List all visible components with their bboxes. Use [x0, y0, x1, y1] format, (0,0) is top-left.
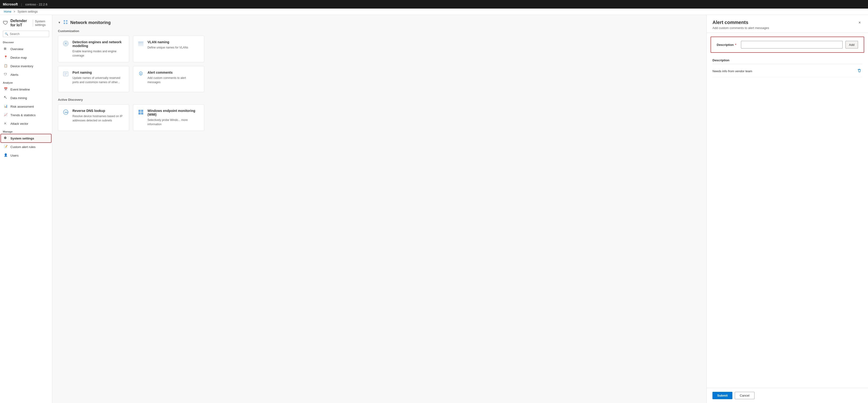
- alert-comments-icon: [137, 70, 144, 77]
- port-naming-text: Port naming Update names of universally …: [72, 70, 125, 84]
- search-container: 🔍: [0, 29, 52, 38]
- attack-vector-icon: ⚔: [4, 121, 8, 126]
- svg-rect-0: [64, 20, 65, 22]
- svg-rect-7: [138, 41, 144, 43]
- delete-icon[interactable]: [856, 67, 862, 75]
- sidebar-header: 🛡 Defender for IoT System settings: [0, 15, 52, 29]
- section-header-network-monitoring[interactable]: ▼ Network monitoring: [58, 20, 701, 25]
- svg-rect-2: [64, 23, 65, 24]
- vlan-naming-icon: [137, 40, 144, 47]
- card-alert-comments[interactable]: Alert comments Add custom comments to al…: [133, 66, 204, 92]
- sidebar-item-data-mining[interactable]: ⛏ Data mining: [1, 94, 51, 102]
- detection-engines-text: Detection engines and network modelling …: [72, 40, 125, 58]
- breadcrumb: Home > System settings: [0, 8, 868, 15]
- customization-card-grid: Detection engines and network modelling …: [58, 36, 701, 92]
- card-vlan-naming[interactable]: VLAN naming Define unique names for VLAN…: [133, 36, 204, 62]
- description-input[interactable]: [741, 41, 843, 49]
- sidebar: 🛡 Defender for IoT System settings 🔍 Dis…: [0, 15, 52, 403]
- sidebar-item-overview[interactable]: ⊞ Overview: [1, 45, 51, 53]
- sidebar-item-label-event-timeline: Event timeline: [10, 88, 30, 91]
- alert-comments-desc: Add custom comments to alert messages: [148, 76, 200, 84]
- section-chevron: ▼: [58, 21, 61, 24]
- sidebar-item-label-system-settings: System settings: [10, 137, 34, 140]
- sidebar-item-event-timeline[interactable]: 📅 Event timeline: [1, 85, 51, 93]
- panel-table-section: Description Needs info from vendor team: [707, 53, 868, 81]
- svg-rect-1: [66, 20, 67, 22]
- windows-endpoint-text: Windows endpoint monitoring (WMI) Select…: [148, 109, 200, 126]
- app-icon: 🛡: [3, 20, 8, 26]
- reverse-dns-icon: DN: [62, 109, 69, 115]
- svg-rect-19: [141, 110, 143, 112]
- sidebar-item-alerts[interactable]: 🛡 Alerts: [1, 70, 51, 79]
- sidebar-item-label-overview: Overview: [10, 47, 23, 51]
- sidebar-item-trends-statistics[interactable]: 📈 Trends & statistics: [1, 111, 51, 119]
- topbar-separator: |: [21, 3, 22, 6]
- svg-point-15: [141, 75, 141, 75]
- alerts-icon: 🛡: [4, 73, 8, 77]
- card-port-naming[interactable]: Port naming Update names of universally …: [58, 66, 129, 92]
- sidebar-item-device-inventory[interactable]: 📋 Device inventory: [1, 62, 51, 70]
- search-input[interactable]: [3, 31, 49, 37]
- sidebar-item-attack-vector[interactable]: ⚔ Attack vector: [1, 119, 51, 127]
- detection-engines-desc: Enable learning modes and engine coverag…: [72, 49, 125, 58]
- system-settings-icon: ⚙: [4, 136, 8, 140]
- sidebar-item-label-attack-vector: Attack vector: [10, 122, 28, 125]
- svg-text:DN: DN: [65, 111, 68, 114]
- required-indicator: *: [734, 43, 737, 47]
- search-icon: 🔍: [5, 32, 8, 36]
- sidebar-item-label-device-map: Device map: [10, 56, 27, 59]
- svg-rect-8: [138, 43, 144, 45]
- section-label-manage: Manage: [0, 128, 52, 134]
- reverse-dns-desc: Resolve device hostnames based on IP add…: [72, 114, 125, 123]
- card-windows-endpoint[interactable]: Windows endpoint monitoring (WMI) Select…: [133, 104, 204, 131]
- data-mining-icon: ⛏: [4, 96, 8, 100]
- subsection-label-active-discovery: Active Discovery: [58, 98, 701, 102]
- breadcrumb-home[interactable]: Home: [4, 10, 11, 13]
- event-timeline-icon: 📅: [4, 87, 8, 91]
- panel-form: Description * Add: [711, 37, 864, 53]
- table-row: Needs info from vendor team: [712, 65, 862, 77]
- svg-rect-20: [138, 112, 141, 115]
- instance-label: contoso - 22.2.6: [25, 3, 47, 6]
- card-reverse-dns[interactable]: DN Reverse DNS lookup Resolve device hos…: [58, 104, 129, 131]
- app-name: Defender for IoT: [10, 19, 29, 27]
- network-monitoring-icon: [63, 20, 68, 25]
- add-button[interactable]: Add: [845, 41, 858, 49]
- form-row-description: Description * Add: [717, 41, 858, 49]
- subsection-label-customization: Customization: [58, 29, 701, 33]
- table-cell-description: Needs info from vendor team: [712, 69, 752, 73]
- panel-footer: Submit Cancel: [707, 388, 868, 403]
- vlan-naming-text: VLAN naming Define unique names for VLAN…: [148, 40, 188, 50]
- overview-icon: ⊞: [4, 47, 8, 51]
- sidebar-item-custom-alert-rules[interactable]: 📝 Custom alert rules: [1, 143, 51, 151]
- windows-endpoint-desc: Selectively probe Windo... more informat…: [148, 118, 200, 126]
- port-naming-desc: Update names of universally reserved por…: [72, 76, 125, 84]
- vlan-naming-title: VLAN naming: [148, 40, 188, 44]
- sidebar-item-device-map[interactable]: 📍 Device map: [1, 54, 51, 61]
- cancel-button[interactable]: Cancel: [735, 392, 754, 399]
- windows-endpoint-title: Windows endpoint monitoring (WMI): [148, 109, 200, 116]
- panel-close-button[interactable]: ×: [857, 20, 862, 26]
- detection-engines-icon: [62, 40, 69, 47]
- reverse-dns-text: Reverse DNS lookup Resolve device hostna…: [72, 109, 125, 123]
- sidebar-item-label-alerts: Alerts: [10, 73, 18, 77]
- breadcrumb-sep: >: [13, 10, 15, 13]
- sidebar-item-label-data-mining: Data mining: [10, 96, 27, 100]
- svg-rect-21: [141, 112, 143, 115]
- sidebar-item-label-trends-statistics: Trends & statistics: [10, 113, 36, 117]
- card-detection-engines[interactable]: Detection engines and network modelling …: [58, 36, 129, 62]
- custom-alert-rules-icon: 📝: [4, 145, 8, 149]
- sidebar-item-users[interactable]: 👤 Users: [1, 151, 51, 160]
- device-inventory-icon: 📋: [4, 64, 8, 68]
- sidebar-item-label-custom-alert-rules: Custom alert rules: [10, 145, 35, 149]
- svg-point-6: [65, 43, 66, 44]
- windows-endpoint-icon: [137, 109, 144, 115]
- submit-button[interactable]: Submit: [712, 392, 733, 399]
- topbar: Microsoft | contoso - 22.2.6: [0, 0, 868, 8]
- sidebar-item-system-settings[interactable]: ⚙ System settings: [1, 134, 51, 142]
- alert-comments-text: Alert comments Add custom comments to al…: [148, 70, 200, 84]
- table-header-description: Description: [712, 57, 862, 64]
- svg-rect-3: [66, 23, 67, 24]
- sidebar-item-risk-assessment[interactable]: 📊 Risk assessment: [1, 103, 51, 111]
- risk-assessment-icon: 📊: [4, 104, 8, 109]
